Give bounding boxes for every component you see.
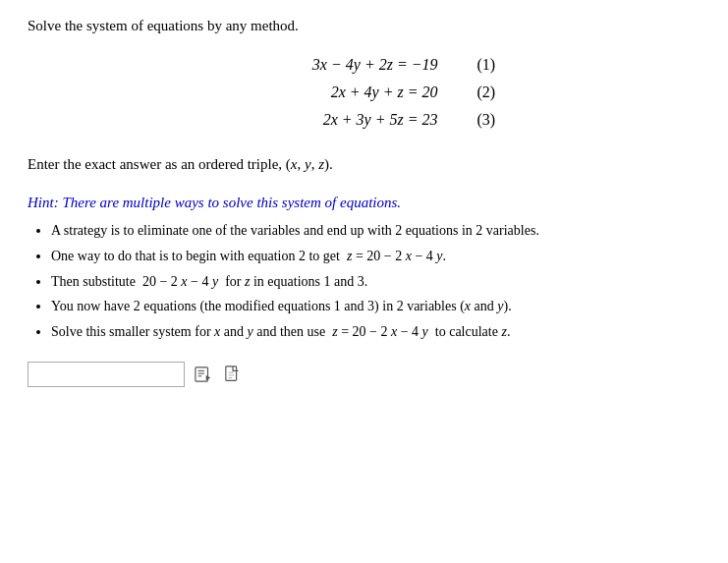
submit-icon bbox=[195, 366, 212, 383]
equations-block: 3x − 4y + 2z = −19 (1) 2x + 4y + z = 20 … bbox=[28, 56, 700, 129]
hint-item-5: Solve this smaller system for x and y an… bbox=[51, 320, 700, 344]
ordered-triple-instruction: Enter the exact answer as an ordered tri… bbox=[28, 156, 700, 173]
file-icon bbox=[224, 366, 242, 383]
equation-number-3: (3) bbox=[477, 111, 507, 129]
equation-formula-3: 2x + 3y + 5z = 23 bbox=[222, 111, 438, 129]
equation-formula-2: 2x + 4y + z = 20 bbox=[222, 84, 438, 101]
answer-input[interactable] bbox=[28, 362, 185, 387]
equation-row-1: 3x − 4y + 2z = −19 (1) bbox=[222, 56, 507, 74]
hint-list: A strategy is to eliminate one of the va… bbox=[28, 219, 700, 344]
submit-icon-button[interactable] bbox=[193, 364, 214, 385]
file-icon-button[interactable] bbox=[222, 364, 244, 385]
hint-item-1: A strategy is to eliminate one of the va… bbox=[51, 219, 700, 243]
equation-number-2: (2) bbox=[477, 84, 507, 101]
equation-row-2: 2x + 4y + z = 20 (2) bbox=[222, 84, 507, 101]
hint-item-2: One way to do that is to begin with equa… bbox=[51, 245, 700, 268]
svg-rect-0 bbox=[196, 367, 208, 381]
hint-title: Hint: There are multiple ways to solve t… bbox=[28, 195, 700, 211]
hint-item-4: You now have 2 equations (the modified e… bbox=[51, 295, 700, 318]
equation-number-1: (1) bbox=[477, 56, 507, 74]
equation-formula-1: 3x − 4y + 2z = −19 bbox=[222, 56, 438, 74]
svg-rect-5 bbox=[226, 366, 237, 380]
answer-area bbox=[28, 362, 700, 387]
hint-section: Hint: There are multiple ways to solve t… bbox=[28, 195, 700, 344]
hint-item-3: Then substitute 20 − 2 x − 4 y for z in … bbox=[51, 270, 700, 294]
equation-row-3: 2x + 3y + 5z = 23 (3) bbox=[222, 111, 507, 129]
problem-statement: Solve the system of equations by any met… bbox=[28, 18, 700, 34]
